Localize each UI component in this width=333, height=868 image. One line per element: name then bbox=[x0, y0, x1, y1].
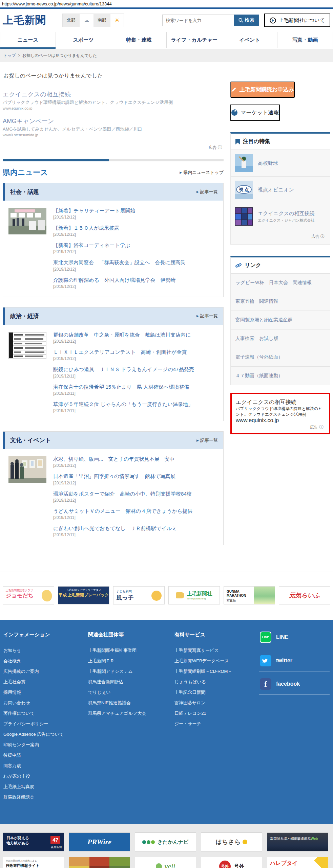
article-link[interactable]: 潜在保育士の復帰希望 15％止まり 県 人材確保へ環境整備 bbox=[53, 384, 218, 390]
ad-label[interactable]: 広告 ⓘ bbox=[236, 424, 325, 430]
sidebar-link-tomioka[interactable]: 富岡製糸場と絹産業遺産群 bbox=[231, 311, 330, 329]
footer-link[interactable]: ジー・サーチ bbox=[174, 721, 250, 727]
footer-link[interactable]: わが家の主役 bbox=[3, 773, 79, 779]
article-link[interactable]: 水彩、切り絵、版画... 亥と子の年賀状見本展 安中 bbox=[53, 456, 218, 462]
article-link[interactable]: 【新着】１５０人が成果披露 bbox=[53, 225, 218, 231]
sidebar-link-rugby[interactable]: ラグビーＷ杯 日本大会 関連情報 bbox=[231, 273, 330, 292]
about-company-button[interactable]: 上毛新聞社について bbox=[264, 14, 330, 27]
tab-special[interactable]: 特集・連載 bbox=[111, 32, 166, 48]
footer-link[interactable]: 上毛新聞厚生福祉事業団 bbox=[88, 647, 165, 654]
footer-link[interactable]: 上毛紙上写真展 bbox=[3, 784, 79, 790]
footer-link[interactable]: 同窓万歳 bbox=[3, 763, 79, 769]
banner-prwire[interactable]: PRWire bbox=[69, 832, 130, 851]
footer-link[interactable]: 上毛新聞ＴＲ bbox=[88, 658, 165, 664]
tab-life-culture[interactable]: ライフ・カルチャー bbox=[166, 32, 222, 48]
banner-gogai[interactable]: 号外 号外 bbox=[201, 857, 262, 868]
article-list-link[interactable]: ▶記事一覧 bbox=[196, 189, 218, 195]
article-link[interactable]: 【新着】チャリティーアート展開始 bbox=[53, 207, 218, 214]
footer-link[interactable]: 後援申請 bbox=[3, 752, 79, 758]
banner-jomodachi[interactable]: 上毛新聞愛読者クラブ ジョモだち bbox=[3, 586, 54, 604]
sidebar-link-47video[interactable]: ４７動画（紙面連動） bbox=[231, 366, 330, 385]
article-link[interactable]: うどんサミットＶのメニュー 館林の４店できょうから提供 bbox=[53, 508, 218, 515]
footer-link[interactable]: じょうもばいる bbox=[174, 679, 250, 685]
article-thumbnail[interactable] bbox=[8, 332, 46, 359]
footer-link[interactable]: お知らせ bbox=[3, 647, 79, 654]
ad-equinix[interactable]: エクイニクスの相互接続 パブリッククラウド環境構築の課題と解決のヒント。クラウド… bbox=[3, 90, 224, 110]
ad-label[interactable]: 広告 ⓘ bbox=[235, 230, 326, 240]
ad-label[interactable]: 広告 ⓘ bbox=[3, 144, 224, 151]
footer-link[interactable]: 群馬県アマチュアゴルフ大会 bbox=[88, 710, 165, 716]
tab-sports[interactable]: スポーツ bbox=[56, 32, 111, 48]
ad-info-icon[interactable]: ⓘ bbox=[319, 425, 324, 430]
article-list-link[interactable]: ▶記事一覧 bbox=[196, 313, 218, 319]
local-news-top-link[interactable]: ▶県内ニューストップ bbox=[180, 169, 224, 176]
footer-link[interactable]: 上毛新聞WEBデータベース bbox=[174, 658, 250, 664]
featured-item-equinix-ad[interactable]: エクイニクスの相互接続 エクイニクス・ジャパン株式会社 広告 ⓘ bbox=[231, 203, 330, 244]
footer-link[interactable]: Google Adsence 広告について bbox=[3, 731, 79, 737]
tab-news[interactable]: ニュース bbox=[0, 32, 56, 48]
footer-link[interactable]: 上毛社会賞 bbox=[3, 679, 79, 685]
sidebar-link-denshi[interactable]: 電子速報（号外紙面） bbox=[231, 348, 330, 366]
article-link[interactable]: ＬＩＸＩＬエクステリアコンテスト 高崎・創園社が金賞 bbox=[53, 349, 218, 356]
footer-link[interactable]: 採用情報 bbox=[3, 689, 79, 695]
featured-item-baseball[interactable]: 高校野球 bbox=[231, 150, 330, 176]
featured-item-opinion[interactable]: 視 点 視点オピニオン bbox=[231, 176, 330, 203]
banner-gunma-marathon[interactable]: GUNMA MARATHON 写真館 bbox=[224, 586, 275, 604]
article-link[interactable]: 眼鏡にひみつ道具 ＪＩＮＳ ドラえもんイメージの47品発売 bbox=[53, 366, 218, 373]
footer-link[interactable]: 上毛新聞アドシステム bbox=[88, 668, 165, 675]
footer-link[interactable]: お問い合わせ bbox=[3, 700, 79, 706]
footer-link[interactable]: 群馬政経懇話会 bbox=[3, 794, 79, 800]
banner-kitakan-navi[interactable]: きたかんナビ bbox=[135, 832, 196, 851]
article-list-link[interactable]: ▶記事一覧 bbox=[196, 437, 218, 443]
sidebar-link-olympics[interactable]: 東京五輪 関連情報 bbox=[231, 292, 330, 311]
banner-jomo-publishing[interactable]: 上毛新聞社 jomo publishing bbox=[168, 586, 220, 604]
footer-link[interactable]: でりじぇい bbox=[88, 689, 165, 695]
footer-link[interactable]: 上毛新聞写真サービス bbox=[174, 647, 250, 654]
footer-link[interactable]: 雷神囲碁サロン bbox=[174, 700, 250, 706]
article-link[interactable]: 環境活動をポスターで紹介 高崎の小中、特別支援学校84校 bbox=[53, 490, 218, 497]
breadcrumb-home-link[interactable]: トップ bbox=[3, 53, 16, 58]
banner-yell[interactable]: yell bbox=[135, 857, 196, 868]
article-link[interactable]: 日本遺産「里沼」四季折々の情景写す 館林で写真展 bbox=[53, 473, 218, 480]
site-logo[interactable]: 上毛新聞 bbox=[3, 13, 46, 27]
footer-link[interactable]: 会社概要 bbox=[3, 658, 79, 664]
banner-heisei-playback[interactable]: 上毛新聞ライブラリーで見る 平成 上毛新聞プレーバック bbox=[58, 586, 109, 604]
social-twitter-link[interactable]: twitter bbox=[259, 653, 330, 671]
social-line-link[interactable]: LINE LINE bbox=[259, 632, 330, 648]
footer-link[interactable]: 群馬県NIE推進協議会 bbox=[88, 700, 165, 706]
article-link[interactable]: にぎわい創出へ光でおもてなし ＪＲ前橋駅でイルミ bbox=[53, 525, 218, 532]
banner-silk-heritage[interactable]: 富岡製糸場と絹産業遺産群Web bbox=[267, 832, 328, 851]
footer-link[interactable]: 印刷センター案内 bbox=[3, 742, 79, 748]
banner-hachisara[interactable]: はちさら bbox=[201, 832, 262, 851]
footer-link[interactable]: 日経テレコン21 bbox=[174, 710, 250, 716]
banner-harebutai[interactable]: ハレブタイ 上毛新聞社のクラウドファンディング bbox=[267, 857, 328, 868]
ad-info-icon[interactable]: ⓘ bbox=[320, 234, 325, 239]
footer-link[interactable]: 広告掲載のご案内 bbox=[3, 668, 79, 675]
article-link[interactable]: 東北大県内同窓会 「群馬萩友会」設立へ 会長に腰高氏 bbox=[53, 259, 218, 266]
search-button[interactable]: 検索 bbox=[234, 15, 259, 26]
ad-info-icon[interactable]: ⓘ bbox=[218, 145, 222, 150]
social-facebook-link[interactable]: f facebook bbox=[259, 676, 330, 695]
banner-genki-life[interactable]: 元気らいふ bbox=[279, 586, 330, 604]
tab-photo-video[interactable]: 写真・動画 bbox=[277, 32, 333, 48]
article-link[interactable]: 群銀の店舗改革 中之条・原町を統合 敷島は渋川支店内に bbox=[53, 332, 218, 338]
footer-link[interactable]: 上毛新聞縮刷版－CD-ROM－ bbox=[174, 668, 250, 675]
banner-kazekko[interactable]: 子ども新聞 風っ子 bbox=[113, 586, 165, 604]
article-link[interactable]: 【新着】浴衣コーディネート学ぶ bbox=[53, 242, 218, 249]
footer-link[interactable]: 上毛記念日新聞 bbox=[174, 689, 250, 695]
subscribe-button[interactable]: 上毛新聞購読お申込み bbox=[230, 82, 295, 98]
article-thumbnail[interactable] bbox=[8, 208, 46, 234]
ad-amg[interactable]: AMGキャンペーン AMGを試乗してみませんか。メルセデス・ベンツ墨田／西池袋／… bbox=[3, 117, 224, 137]
sidebar-ad-box[interactable]: エクイニクスの相互接続 パブリッククラウド環境構築の課題と解決のヒント。クラウド… bbox=[230, 393, 330, 434]
footer-link[interactable]: プライバシーポリシー bbox=[3, 721, 79, 727]
footer-link[interactable]: 群馬連合新聞折込 bbox=[88, 679, 165, 685]
tab-event[interactable]: イベント bbox=[222, 32, 277, 48]
footer-link[interactable]: 著作権について bbox=[3, 710, 79, 716]
article-thumbnail[interactable] bbox=[8, 456, 46, 483]
market-report-button[interactable]: マーケット速報 bbox=[230, 105, 280, 121]
article-link[interactable]: 草津が５年連続２位 じゃらんの「もう一度行きたい温泉地」 bbox=[53, 401, 218, 408]
banner-food-collage[interactable] bbox=[69, 857, 130, 868]
banner-47gyosei-journal[interactable]: 全国の新聞社との連携による 行政専門情報サイト 47行政ジャーナル bbox=[3, 857, 64, 868]
banner-47news[interactable]: 日本が見える 地方紙がある 47 会員新聞 bbox=[3, 832, 64, 851]
search-input[interactable] bbox=[162, 15, 234, 26]
